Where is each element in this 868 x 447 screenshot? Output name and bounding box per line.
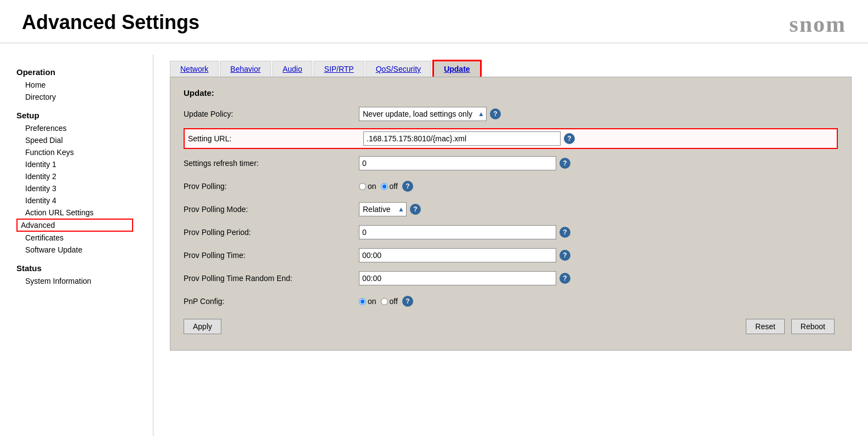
prov-polling-mode-control: Relative Absolute ▲ ? bbox=[359, 202, 838, 216]
tab-behavior[interactable]: Behavior bbox=[220, 61, 271, 77]
setting-url-label: Setting URL: bbox=[188, 134, 363, 143]
sidebar-item-action-url[interactable]: Action URL Settings bbox=[16, 207, 142, 219]
prov-polling-mode-select-wrapper[interactable]: Relative Absolute ▲ bbox=[359, 202, 407, 216]
pnp-config-on-text: on bbox=[368, 297, 376, 306]
reboot-button[interactable]: Reboot bbox=[791, 319, 835, 334]
sidebar-item-speed-dial[interactable]: Speed Dial bbox=[16, 134, 142, 146]
prov-polling-time-label: Prov Polling Time: bbox=[184, 251, 359, 260]
button-row: Apply Reset Reboot bbox=[184, 319, 838, 334]
sidebar-section-status: Status bbox=[16, 263, 142, 273]
prov-polling-help-icon[interactable]: ? bbox=[402, 181, 413, 192]
refresh-timer-label: Settings refresh timer: bbox=[184, 159, 359, 168]
prov-polling-off-label[interactable]: off bbox=[381, 182, 398, 191]
prov-polling-mode-select[interactable]: Relative Absolute bbox=[359, 202, 407, 216]
prov-polling-time-help-icon[interactable]: ? bbox=[559, 250, 570, 261]
prov-polling-time-row: Prov Polling Time: ? bbox=[184, 247, 838, 264]
setting-url-control: ? bbox=[363, 131, 833, 146]
prov-polling-time-random-label: Prov Polling Time Random End: bbox=[184, 274, 359, 283]
prov-polling-period-control: ? bbox=[359, 225, 838, 239]
prov-polling-period-input[interactable] bbox=[359, 225, 556, 239]
sidebar-item-identity-1[interactable]: Identity 1 bbox=[16, 158, 142, 170]
prov-polling-row: Prov Polling: on off ? bbox=[184, 177, 838, 195]
setting-url-row: Setting URL: ? bbox=[184, 128, 838, 149]
update-policy-select[interactable]: Never update, load settings only Update … bbox=[359, 107, 487, 121]
refresh-timer-control: ? bbox=[359, 156, 838, 170]
sidebar-section-operation: Operation bbox=[16, 67, 142, 77]
sidebar-item-identity-3[interactable]: Identity 3 bbox=[16, 182, 142, 194]
prov-polling-time-control: ? bbox=[359, 248, 838, 262]
refresh-timer-input[interactable] bbox=[359, 156, 556, 170]
refresh-timer-row: Settings refresh timer: ? bbox=[184, 154, 838, 172]
update-policy-label: Update Policy: bbox=[184, 110, 359, 118]
tab-sip-rtp[interactable]: SIP/RTP bbox=[313, 61, 364, 77]
pnp-config-help-icon[interactable]: ? bbox=[402, 296, 413, 307]
prov-polling-time-random-control: ? bbox=[359, 271, 838, 285]
prov-polling-time-input[interactable] bbox=[359, 248, 556, 262]
prov-polling-mode-label: Prov Polling Mode: bbox=[184, 205, 359, 214]
pnp-config-off-label[interactable]: off bbox=[381, 297, 398, 306]
tab-qos-security[interactable]: QoS/Security bbox=[366, 61, 431, 77]
prov-polling-on-radio[interactable] bbox=[359, 183, 366, 190]
prov-polling-mode-row: Prov Polling Mode: Relative Absolute ▲ ? bbox=[184, 200, 838, 218]
content-area: Operation Home Directory Setup Preferenc… bbox=[0, 43, 868, 447]
tab-network[interactable]: Network bbox=[170, 61, 219, 77]
prov-polling-off-text: off bbox=[390, 182, 398, 191]
tabs-bar: Network Behavior Audio SIP/RTP QoS/Secur… bbox=[170, 60, 852, 77]
sidebar-item-software-update[interactable]: Software Update bbox=[16, 244, 142, 256]
sidebar-item-identity-2[interactable]: Identity 2 bbox=[16, 170, 142, 182]
prov-polling-mode-help-icon[interactable]: ? bbox=[410, 204, 421, 215]
pnp-config-control: on off ? bbox=[359, 296, 838, 307]
setting-url-help-icon[interactable]: ? bbox=[564, 133, 575, 144]
sidebar-item-directory[interactable]: Directory bbox=[16, 91, 142, 103]
prov-polling-control: on off ? bbox=[359, 181, 838, 192]
sidebar-item-certificates[interactable]: Certificates bbox=[16, 232, 142, 244]
update-policy-row: Update Policy: Never update, load settin… bbox=[184, 105, 838, 123]
sidebar-section-setup: Setup bbox=[16, 111, 142, 120]
snom-logo: snom bbox=[789, 11, 846, 37]
tab-audio[interactable]: Audio bbox=[272, 61, 313, 77]
sidebar-item-preferences[interactable]: Preferences bbox=[16, 122, 142, 134]
prov-polling-time-random-help-icon[interactable]: ? bbox=[559, 273, 570, 284]
sidebar: Operation Home Directory Setup Preferenc… bbox=[0, 54, 153, 436]
apply-button[interactable]: Apply bbox=[184, 319, 221, 334]
setting-url-input[interactable] bbox=[363, 131, 561, 146]
prov-polling-period-row: Prov Polling Period: ? bbox=[184, 224, 838, 241]
tab-update[interactable]: Update bbox=[432, 60, 481, 77]
prov-polling-period-help-icon[interactable]: ? bbox=[559, 227, 570, 238]
sidebar-item-home[interactable]: Home bbox=[16, 79, 142, 91]
sidebar-item-system-info[interactable]: System Information bbox=[16, 275, 142, 287]
pnp-config-on-label[interactable]: on bbox=[359, 297, 376, 306]
prov-polling-on-label[interactable]: on bbox=[359, 182, 376, 191]
pnp-config-label: PnP Config: bbox=[184, 297, 359, 306]
sidebar-item-function-keys[interactable]: Function Keys bbox=[16, 146, 142, 158]
prov-polling-label: Prov Polling: bbox=[184, 182, 359, 191]
section-title: Update: bbox=[184, 88, 838, 98]
settings-panel: Update: Update Policy: Never update, loa… bbox=[170, 77, 852, 351]
update-policy-help-icon[interactable]: ? bbox=[490, 108, 501, 119]
reset-button[interactable]: Reset bbox=[746, 319, 785, 334]
update-policy-select-wrapper[interactable]: Never update, load settings only Update … bbox=[359, 107, 487, 121]
refresh-timer-help-icon[interactable]: ? bbox=[559, 158, 570, 169]
prov-polling-on-text: on bbox=[368, 182, 376, 191]
prov-polling-time-random-row: Prov Polling Time Random End: ? bbox=[184, 270, 838, 287]
page-title: Advanced Settings bbox=[22, 11, 199, 34]
pnp-config-off-text: off bbox=[390, 297, 398, 306]
sidebar-item-advanced[interactable]: Advanced bbox=[16, 219, 133, 232]
prov-polling-off-radio[interactable] bbox=[381, 183, 388, 190]
sidebar-item-identity-4[interactable]: Identity 4 bbox=[16, 194, 142, 207]
pnp-config-on-radio[interactable] bbox=[359, 298, 366, 305]
prov-polling-time-random-input[interactable] bbox=[359, 271, 556, 285]
prov-polling-period-label: Prov Polling Period: bbox=[184, 228, 359, 237]
update-policy-control: Never update, load settings only Update … bbox=[359, 107, 838, 121]
pnp-config-off-radio[interactable] bbox=[381, 298, 388, 305]
page-header: Advanced Settings snom bbox=[0, 0, 868, 43]
pnp-config-row: PnP Config: on off ? bbox=[184, 293, 838, 310]
right-buttons: Reset Reboot bbox=[746, 319, 838, 334]
main-content: Network Behavior Audio SIP/RTP QoS/Secur… bbox=[153, 54, 868, 436]
